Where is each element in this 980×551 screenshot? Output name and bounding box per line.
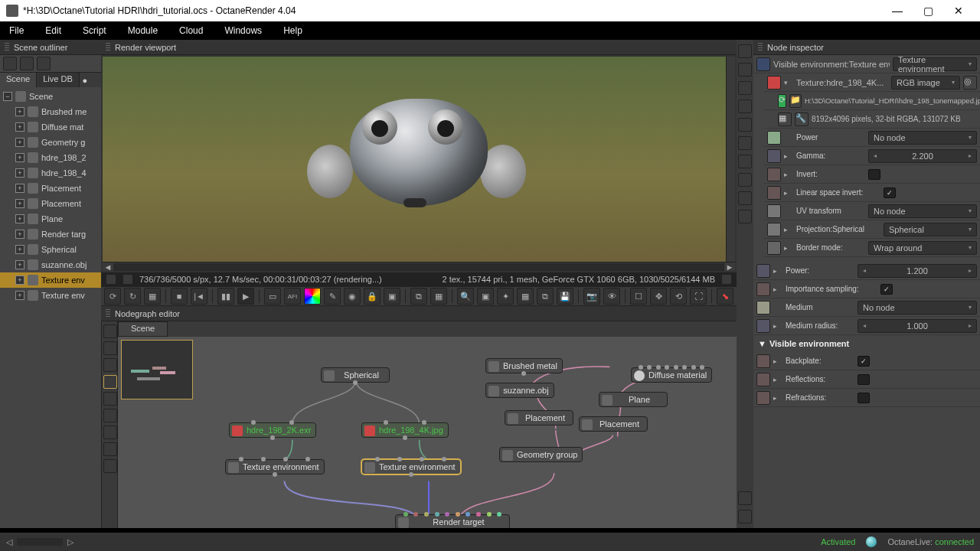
nodegraph-tab-scene[interactable]: Scene — [118, 321, 168, 337]
node-texenv-1[interactable]: Texture environment — [225, 459, 325, 474]
side-lock-icon[interactable] — [738, 44, 752, 58]
menu-module[interactable]: Module — [128, 25, 158, 36]
visenv-section[interactable]: ▼ Visible environment — [753, 335, 980, 352]
tb-save-icon[interactable]: 💾 — [557, 288, 573, 305]
tree-item[interactable]: +Brushed me — [0, 104, 101, 119]
menu-windows[interactable]: Windows — [224, 25, 262, 36]
tree-item[interactable]: +Diffuse mat — [0, 119, 101, 135]
tb-eye-icon[interactable]: 👁 — [603, 288, 620, 305]
side-img-icon[interactable] — [738, 99, 752, 113]
menu-edit[interactable]: Edit — [45, 25, 61, 36]
outliner-tree[interactable]: − Scene +Brushed me+Diffuse mat+Geometry… — [0, 87, 101, 528]
tree-item[interactable]: +Placement — [0, 196, 101, 211]
node-diffuse[interactable]: Diffuse material — [631, 367, 712, 383]
texture-type-select[interactable]: RGB image▾ — [891, 76, 960, 90]
nodegraph-canvas[interactable]: Spherical hdre_198_2K.exr hdre_198_4K.jp… — [118, 337, 737, 528]
tb-crop-icon[interactable]: ⧉ — [410, 288, 427, 305]
outliner-btn-3[interactable] — [37, 57, 51, 70]
texture-target-icon[interactable]: ◎ — [963, 76, 977, 90]
tree-item[interactable]: +Placement — [0, 181, 101, 196]
tb-eyedrop-icon[interactable]: ✎ — [324, 288, 341, 305]
imp-checkbox[interactable]: ✓ — [880, 284, 893, 295]
nodegraph-minimap[interactable] — [121, 340, 193, 399]
tb-restart-icon[interactable]: ⟳ — [104, 288, 121, 305]
node-geometry-group[interactable]: Geometry group — [499, 447, 583, 462]
ng-btn-4[interactable] — [103, 375, 117, 389]
ng-btn-3[interactable] — [103, 358, 117, 372]
tb-copy-icon[interactable]: ⧉ — [537, 288, 554, 305]
tree-item[interactable]: +Geometry g — [0, 135, 101, 150]
tree-item[interactable]: +Texture env — [0, 272, 101, 288]
side-eye-icon[interactable] — [738, 63, 752, 77]
menu-file[interactable]: File — [9, 25, 24, 36]
tb-rotate-icon[interactable]: ⟲ — [670, 288, 687, 305]
tree-item[interactable]: +hdre_198_2 — [0, 150, 101, 165]
side-brush-icon[interactable] — [738, 136, 752, 150]
tb-prev-icon[interactable]: |◄ — [191, 288, 207, 305]
backplate-checkbox[interactable]: ✓ — [858, 356, 870, 367]
node-spherical[interactable]: Spherical — [321, 367, 390, 383]
node-plane[interactable]: Plane — [599, 392, 668, 407]
side-gear-icon[interactable] — [738, 491, 752, 505]
tree-item[interactable]: +suzanne.obj — [0, 257, 101, 272]
side-layers-icon[interactable] — [738, 81, 752, 95]
tb-fullscreen-icon[interactable]: ⛶ — [690, 288, 707, 305]
tb-display-icon[interactable]: ▭ — [264, 288, 281, 305]
node-texenv-2[interactable]: Texture environment — [361, 459, 461, 474]
power2-field[interactable]: ◂1.200▸ — [858, 264, 977, 278]
reload-icon[interactable]: ⟳ — [778, 94, 786, 108]
tab-livedb[interactable]: Live DB — [37, 73, 80, 87]
invert-checkbox[interactable] — [868, 169, 880, 180]
refractions-checkbox[interactable] — [858, 393, 870, 403]
ng-btn-home-icon[interactable] — [103, 324, 117, 338]
tree-item[interactable]: +Spherical — [0, 242, 101, 257]
tb-zoom-icon[interactable]: 🔍 — [457, 288, 474, 305]
ng-btn-8[interactable] — [103, 442, 117, 456]
side-grid-icon[interactable] — [738, 210, 752, 223]
node-placement-2[interactable]: Placement — [579, 416, 648, 432]
gamma-field[interactable]: ◂2.200▸ — [868, 149, 977, 163]
tb-cube-icon[interactable]: ▦ — [144, 288, 161, 305]
node-hdre-4k[interactable]: hdre_198_4K.jpg — [361, 422, 449, 438]
tb-box-icon[interactable]: ☐ — [630, 288, 647, 305]
tree-root[interactable]: − Scene — [0, 89, 101, 104]
side-star-icon[interactable] — [738, 510, 752, 523]
status-btn-2[interactable] — [122, 274, 133, 285]
tree-item[interactable]: +Texture env — [0, 288, 101, 303]
tb-fit-icon[interactable]: ▣ — [477, 288, 494, 305]
ng-btn-2[interactable] — [103, 341, 117, 355]
node-hdre-2k[interactable]: hdre_198_2K.exr — [229, 422, 316, 438]
side-clock-icon[interactable] — [738, 191, 752, 205]
ng-btn-9[interactable] — [103, 459, 117, 473]
ng-btn-5[interactable] — [103, 392, 117, 406]
tb-camera-icon[interactable]: 📷 — [583, 288, 600, 305]
tb-move-icon[interactable]: ✥ — [650, 288, 667, 305]
tb-axes-icon[interactable]: ⬊ — [717, 288, 733, 305]
outliner-btn-1[interactable] — [3, 57, 17, 70]
tree-item[interactable]: +hdre_198_4 — [0, 165, 101, 181]
node-render-target[interactable]: Render target — [395, 514, 510, 528]
viewport-hscroll[interactable]: ◄► — [103, 262, 735, 271]
power-field[interactable]: No node▾ — [868, 131, 977, 145]
maximize-button[interactable]: ▢ — [913, 0, 943, 21]
folder-icon[interactable]: 📁 — [789, 94, 802, 108]
uv-field[interactable]: No node▾ — [868, 204, 977, 218]
tb-color-icon[interactable] — [304, 288, 321, 305]
medium-field[interactable]: No node▾ — [858, 301, 977, 315]
reflections-checkbox[interactable] — [858, 374, 870, 385]
status-btn-3[interactable] — [721, 274, 732, 285]
ng-btn-7[interactable] — [103, 425, 117, 439]
tb-afi-icon[interactable]: AFI — [284, 288, 301, 305]
node-placement-1[interactable]: Placement — [505, 410, 573, 425]
tb-refresh-icon[interactable]: ↻ — [124, 288, 141, 305]
node-suzanne[interactable]: suzanne.obj — [485, 383, 554, 398]
side-target-icon[interactable] — [738, 118, 752, 132]
minimize-button[interactable]: — — [882, 0, 913, 21]
wrench-icon[interactable]: 🔧 — [795, 112, 808, 126]
outliner-btn-2[interactable] — [20, 57, 34, 70]
breadcrumb-select[interactable]: Texture environment▾ — [893, 57, 977, 71]
tb-region-icon[interactable]: ▣ — [384, 288, 400, 305]
tree-item[interactable]: +Plane — [0, 211, 101, 227]
side-layers2-icon[interactable] — [738, 155, 752, 168]
tb-center-icon[interactable]: ✦ — [497, 288, 514, 305]
